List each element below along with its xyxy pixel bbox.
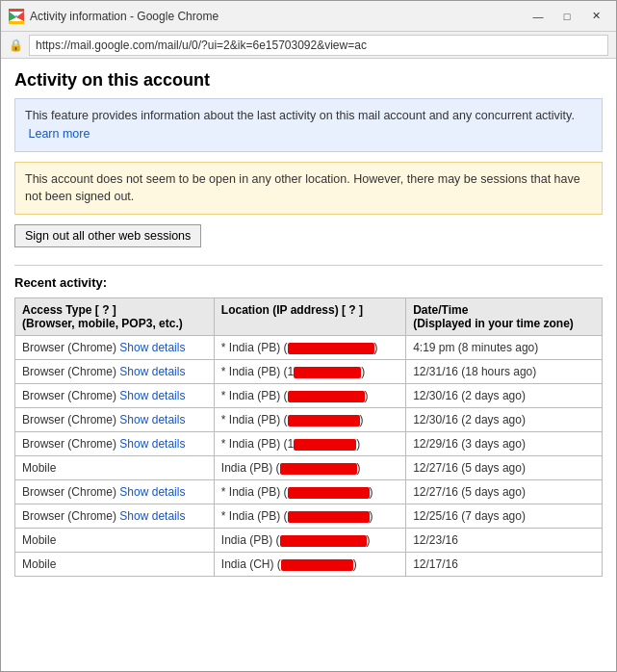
location-cell: India (CH) () bbox=[214, 553, 405, 577]
location-suffix: ) bbox=[360, 413, 364, 426]
access-type-cell: Browser (Chrome) Show details bbox=[15, 408, 215, 432]
location-prefix: * India (PB) ( bbox=[221, 389, 288, 402]
main-content: Activity on this account This feature pr… bbox=[1, 59, 616, 588]
access-type-text: Browser (Chrome) bbox=[22, 485, 119, 499]
show-details-link[interactable]: Show details bbox=[119, 365, 185, 378]
location-prefix: India (CH) ( bbox=[221, 557, 281, 571]
location-cell: * India (PB) () bbox=[214, 504, 405, 529]
location-cell: * India (PB) () bbox=[214, 480, 405, 504]
access-type-cell: Browser (Chrome) Show details bbox=[15, 480, 215, 504]
show-details-link[interactable]: Show details bbox=[119, 485, 185, 499]
table-row: Browser (Chrome) Show details* India (PB… bbox=[15, 360, 603, 384]
access-type-cell: Mobile bbox=[15, 529, 215, 553]
location-suffix: ) bbox=[353, 557, 357, 571]
location-suffix: ) bbox=[365, 389, 369, 402]
datetime-cell: 12/17/16 bbox=[406, 553, 603, 577]
address-bar: 🔒 https://mail.google.com/mail/u/0/?ui=2… bbox=[1, 32, 616, 59]
location-prefix: * India (PB) (1 bbox=[221, 437, 294, 451]
section-title: Recent activity: bbox=[14, 275, 603, 290]
learn-more-link[interactable]: Learn more bbox=[28, 127, 90, 141]
table-row: Browser (Chrome) Show details* India (PB… bbox=[15, 384, 603, 408]
ip-redacted bbox=[288, 343, 374, 354]
location-suffix: ) bbox=[370, 509, 373, 523]
datetime-cell: 12/30/16 (2 days ago) bbox=[406, 408, 603, 432]
location-cell: * India (PB) () bbox=[214, 384, 405, 408]
access-type-text: Browser (Chrome) bbox=[22, 341, 119, 354]
page-title: Activity on this account bbox=[14, 70, 603, 90]
access-type-cell: Mobile bbox=[15, 553, 215, 577]
location-suffix: ) bbox=[367, 533, 371, 547]
ip-redacted bbox=[280, 535, 367, 547]
ip-redacted bbox=[294, 439, 356, 451]
warning-box: This account does not seem to be open in… bbox=[14, 162, 603, 216]
warning-text: This account does not seem to be open in… bbox=[25, 172, 580, 204]
location-cell: India (PB) () bbox=[214, 456, 405, 480]
access-type-cell: Browser (Chrome) Show details bbox=[15, 336, 215, 360]
access-type-cell: Browser (Chrome) Show details bbox=[15, 384, 215, 408]
datetime-cell: 4:19 pm (8 minutes ago) bbox=[406, 336, 603, 360]
location-prefix: India (PB) ( bbox=[221, 461, 280, 475]
ip-redacted bbox=[288, 511, 370, 523]
location-cell: * India (PB) () bbox=[214, 408, 405, 432]
ip-redacted bbox=[294, 367, 361, 378]
info-text: This feature provides information about … bbox=[25, 109, 575, 122]
minimize-button[interactable]: — bbox=[526, 7, 551, 26]
divider bbox=[14, 265, 603, 266]
window-title: Activity information - Google Chrome bbox=[30, 10, 219, 23]
datetime-cell: 12/29/16 (3 days ago) bbox=[406, 432, 603, 456]
info-box: This feature provides information about … bbox=[14, 98, 603, 152]
location-cell: * India (PB) () bbox=[214, 336, 405, 360]
access-type-text: Browser (Chrome) bbox=[22, 365, 119, 378]
maximize-button[interactable]: □ bbox=[554, 7, 579, 26]
close-button[interactable]: ✕ bbox=[583, 7, 608, 26]
location-prefix: * India (PB) ( bbox=[221, 509, 288, 523]
access-type-cell: Browser (Chrome) Show details bbox=[15, 360, 215, 384]
datetime-cell: 12/30/16 (2 days ago) bbox=[406, 384, 603, 408]
ip-redacted bbox=[288, 487, 370, 499]
access-type-text: Browser (Chrome) bbox=[22, 509, 119, 523]
location-prefix: India (PB) ( bbox=[221, 533, 280, 547]
url-bar[interactable]: https://mail.google.com/mail/u/0/?ui=2&i… bbox=[29, 35, 608, 56]
location-suffix: ) bbox=[357, 461, 361, 475]
location-suffix: ) bbox=[374, 341, 378, 354]
svg-rect-2 bbox=[9, 21, 24, 24]
show-details-link[interactable]: Show details bbox=[119, 437, 185, 451]
location-prefix: * India (PB) ( bbox=[221, 341, 288, 354]
table-row: MobileIndia (PB) ()12/27/16 (5 days ago) bbox=[15, 456, 603, 480]
app-icon bbox=[9, 9, 24, 24]
table-row: Browser (Chrome) Show details* India (PB… bbox=[15, 504, 603, 529]
datetime-cell: 12/27/16 (5 days ago) bbox=[406, 480, 603, 504]
show-details-link[interactable]: Show details bbox=[119, 413, 185, 426]
show-details-link[interactable]: Show details bbox=[119, 341, 185, 354]
table-row: Browser (Chrome) Show details* India (PB… bbox=[15, 408, 603, 432]
location-cell: India (PB) () bbox=[214, 529, 405, 553]
table-row: Browser (Chrome) Show details* India (PB… bbox=[15, 336, 603, 360]
table-row: Browser (Chrome) Show details* India (PB… bbox=[15, 432, 603, 456]
col-header-datetime: Date/Time (Displayed in your time zone) bbox=[406, 298, 603, 336]
lock-icon: 🔒 bbox=[9, 39, 23, 52]
access-type-text: Browser (Chrome) bbox=[22, 389, 119, 402]
access-type-cell: Mobile bbox=[15, 456, 215, 480]
datetime-cell: 12/27/16 (5 days ago) bbox=[406, 456, 603, 480]
sign-out-button[interactable]: Sign out all other web sessions bbox=[14, 224, 201, 247]
location-prefix: * India (PB) ( bbox=[221, 413, 288, 426]
datetime-cell: 12/25/16 (7 days ago) bbox=[406, 504, 603, 529]
svg-rect-1 bbox=[9, 9, 24, 12]
col-header-access-type: Access Type [ ? ] (Browser, mobile, POP3… bbox=[15, 298, 215, 336]
col-header-location: Location (IP address) [ ? ] bbox=[214, 298, 405, 336]
location-prefix: * India (PB) (1 bbox=[221, 365, 294, 378]
table-row: MobileIndia (CH) ()12/17/16 bbox=[15, 553, 603, 577]
ip-redacted bbox=[288, 415, 360, 426]
show-details-link[interactable]: Show details bbox=[119, 389, 185, 402]
datetime-cell: 12/31/16 (18 hours ago) bbox=[406, 360, 603, 384]
show-details-link[interactable]: Show details bbox=[119, 509, 185, 523]
table-row: Browser (Chrome) Show details* India (PB… bbox=[15, 480, 603, 504]
access-type-text: Browser (Chrome) bbox=[22, 437, 119, 451]
location-suffix: ) bbox=[361, 365, 365, 378]
ip-redacted bbox=[288, 391, 365, 402]
table-row: MobileIndia (PB) ()12/23/16 bbox=[15, 529, 603, 553]
location-prefix: * India (PB) ( bbox=[221, 485, 288, 499]
access-type-text: Browser (Chrome) bbox=[22, 413, 119, 426]
location-cell: * India (PB) (1) bbox=[214, 432, 405, 456]
ip-redacted bbox=[281, 559, 353, 571]
